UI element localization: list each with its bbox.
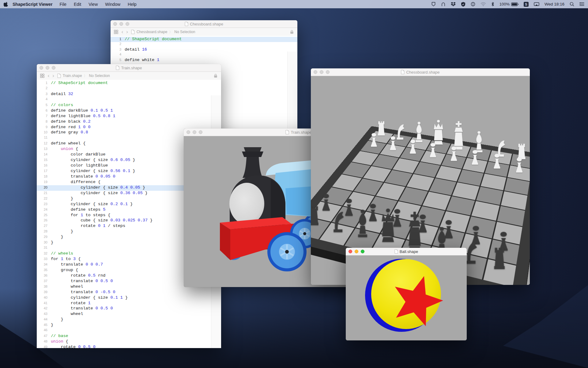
lock-icon[interactable] xyxy=(289,29,294,34)
line-number: 14 xyxy=(37,152,51,156)
code-text: // base xyxy=(51,334,68,338)
breadcrumb[interactable]: Train.shape 〉 No Selection xyxy=(57,74,110,78)
notification-center-icon[interactable] xyxy=(579,2,584,6)
code-text: color darkBlue xyxy=(51,152,105,157)
line-number: 24 xyxy=(37,208,51,211)
line-number: 6 xyxy=(37,109,51,112)
code-line[interactable]: 3detail 32 xyxy=(37,92,221,97)
code-text: translate 0 0.05 0 xyxy=(51,174,115,179)
pennant-status-icon[interactable] xyxy=(431,2,436,6)
thumbnail-grid-icon[interactable] xyxy=(40,73,45,78)
code-text: union { xyxy=(51,339,68,344)
dropbox-icon[interactable] xyxy=(451,2,456,6)
line-number: 2 xyxy=(37,86,51,90)
code-text: // ShapeScript document xyxy=(125,37,182,41)
line-number: 22 xyxy=(37,197,51,200)
menu-bar-clock[interactable]: Wed 18:16 xyxy=(545,2,564,6)
info-circle-icon[interactable] xyxy=(471,2,475,6)
menu-help[interactable]: Help xyxy=(124,2,140,7)
code-line[interactable]: 43 wheel xyxy=(37,312,221,317)
code-line[interactable]: 42 translate 0 0.5 0 xyxy=(37,306,221,312)
line-number: 38 xyxy=(37,285,51,288)
titlebar[interactable]: Chessboard.shape xyxy=(111,20,297,28)
menu-view[interactable]: View xyxy=(85,2,101,7)
menu-edit[interactable]: Edit xyxy=(70,2,85,7)
document-icon xyxy=(185,22,188,26)
forward-chevron-icon[interactable]: › xyxy=(52,73,55,79)
code-line[interactable]: 4 xyxy=(111,52,297,58)
code-line[interactable]: 2 xyxy=(37,86,221,92)
input-source-icon[interactable]: S xyxy=(524,2,529,7)
apple-menu-icon[interactable] xyxy=(4,2,8,7)
code-line[interactable]: 1// ShapeScript document xyxy=(111,37,297,42)
desktop: Chessboard.shape ‹ › Chessboard.shape 〉 … xyxy=(0,0,588,368)
code-line[interactable]: 6define darkBlue 0.1 0.5 1 xyxy=(37,108,221,114)
editor-toolbar: ‹ › Chessboard.shape 〉 No Selection xyxy=(111,28,297,36)
code-line[interactable]: 3detail 16 xyxy=(111,47,297,52)
line-number: 4 xyxy=(37,97,51,101)
code-line[interactable]: 49 rotate 0 0.5 0 xyxy=(37,345,221,348)
back-chevron-icon[interactable]: ‹ xyxy=(121,29,123,35)
code-line[interactable]: 39 translate 0 -0.5 0 xyxy=(37,290,221,295)
chess-piece-rook xyxy=(492,244,507,272)
code-line[interactable]: 8define black 0.2 xyxy=(37,119,221,125)
code-text: cylinder { size 0.56 0.1 } xyxy=(51,169,135,173)
code-line[interactable]: 46 xyxy=(37,328,221,334)
code-line[interactable]: 5// colors xyxy=(37,103,221,108)
code-line[interactable]: 47// base xyxy=(37,334,221,339)
line-number: 1 xyxy=(111,37,125,41)
code-text: difference { xyxy=(51,180,100,184)
breadcrumb-file[interactable]: Chessboard.shape xyxy=(137,30,168,34)
document-icon xyxy=(285,130,289,134)
line-number: 29 xyxy=(37,235,51,239)
bluetooth-icon[interactable] xyxy=(491,2,494,6)
breadcrumb-selection: No Selection xyxy=(174,30,195,34)
code-text: } xyxy=(51,196,73,201)
code-line[interactable]: 40 cylinder { size 0.1 1 } xyxy=(37,295,221,301)
app-menu-title[interactable]: ShapeScript Viewer xyxy=(13,2,52,7)
line-number: 36 xyxy=(37,274,51,277)
titlebar[interactable]: Chessboard.shape xyxy=(311,68,530,76)
line-number: 16 xyxy=(37,163,51,167)
shield-check-icon[interactable] xyxy=(461,2,466,7)
code-text: cylinder { size 0.2 0.1 } xyxy=(51,202,133,206)
line-number: 31 xyxy=(37,246,51,249)
ball-3d-render[interactable] xyxy=(346,255,467,340)
code-line[interactable]: 44 } xyxy=(37,317,221,323)
arch-status-icon[interactable] xyxy=(441,2,446,6)
code-line[interactable]: 4 xyxy=(37,97,221,103)
code-text: rotate 0 1 / steps xyxy=(51,224,125,228)
document-icon xyxy=(116,66,119,70)
battery-icon xyxy=(511,2,518,6)
code-line[interactable]: 41 rotate 1 xyxy=(37,301,221,306)
breadcrumb[interactable]: Chessboard.shape 〉 No Selection xyxy=(131,30,195,34)
line-number: 4 xyxy=(111,52,125,56)
code-line[interactable]: 1// ShapeScript document xyxy=(37,81,221,86)
wifi-icon[interactable] xyxy=(481,2,486,6)
code-line[interactable]: 48union { xyxy=(37,339,221,345)
code-text: for 1 to 3 { xyxy=(51,257,81,261)
line-number: 21 xyxy=(37,191,51,195)
line-number: 25 xyxy=(37,213,51,217)
forward-chevron-icon[interactable]: › xyxy=(126,29,128,35)
display-mirroring-icon[interactable] xyxy=(534,2,539,6)
code-text: translate 0 0.5 0 xyxy=(51,306,113,311)
menu-window[interactable]: Window xyxy=(102,2,124,7)
thumbnail-grid-icon[interactable] xyxy=(114,29,119,34)
breadcrumb-file[interactable]: Train.shape xyxy=(63,74,82,78)
lock-icon[interactable] xyxy=(213,73,218,78)
line-number: 39 xyxy=(37,290,51,294)
code-line[interactable]: 45} xyxy=(37,323,221,328)
titlebar[interactable]: Train.shape xyxy=(37,64,221,72)
code-line[interactable]: 2 xyxy=(111,42,297,47)
spotlight-search-icon[interactable] xyxy=(570,2,574,6)
code-line[interactable]: 7define lightBlue 0.5 0.8 1 xyxy=(37,114,221,119)
line-number: 27 xyxy=(37,224,51,228)
back-chevron-icon[interactable]: ‹ xyxy=(47,73,50,79)
code-line[interactable]: 5define white 1 xyxy=(111,58,297,63)
chess-piece-pawn xyxy=(344,196,354,216)
titlebar[interactable]: Ball.shape xyxy=(346,248,467,255)
menu-file[interactable]: File xyxy=(56,2,70,7)
line-number: 49 xyxy=(37,345,51,348)
code-text: translate 0 0.5 0 xyxy=(51,279,113,283)
